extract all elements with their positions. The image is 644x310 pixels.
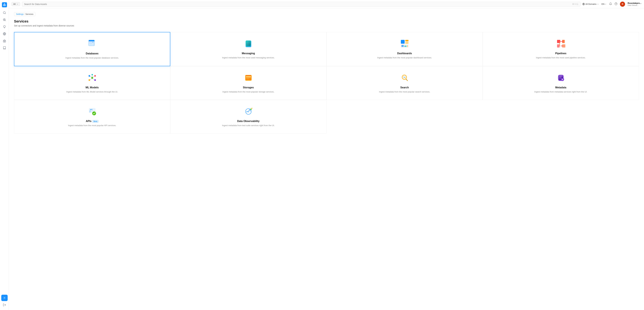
svg-point-11 <box>576 3 578 5</box>
svg-point-96 <box>250 109 252 110</box>
service-desc: Ingest metadata from ML Model services t… <box>66 90 118 93</box>
service-name: Messaging <box>242 52 255 55</box>
svg-rect-71 <box>246 76 251 76</box>
service-card-metadata[interactable]: M Metadata Ingest metadata from metadata… <box>483 66 639 100</box>
service-name: Dashboards <box>397 52 412 55</box>
svg-line-63 <box>90 79 92 80</box>
svg-rect-34 <box>91 43 92 44</box>
svg-line-78 <box>406 79 408 81</box>
service-name: Search <box>400 86 409 89</box>
sidebar-item-book[interactable] <box>1 45 8 51</box>
chevron-down-icon <box>597 3 599 5</box>
sidebar-item-explore[interactable] <box>1 10 8 16</box>
help-icon[interactable] <box>614 3 618 6</box>
svg-point-14 <box>615 3 617 5</box>
service-icon-ml-models <box>87 73 97 83</box>
service-icon-storages <box>243 73 254 83</box>
service-icon-messaging <box>243 39 254 49</box>
svg-rect-91 <box>89 111 90 111</box>
service-name: Pipelines <box>555 52 566 55</box>
service-name: Metadata <box>555 86 566 89</box>
svg-line-62 <box>92 76 94 77</box>
services-grid: Databases Ingest metadata from the most … <box>14 32 639 134</box>
service-card-dashboards[interactable]: Dashboards Ingest metadata from the most… <box>326 32 483 66</box>
service-card-data-observability[interactable]: Data Observability Ingest metadata from … <box>170 100 326 134</box>
svg-line-64 <box>92 79 94 80</box>
breadcrumb: Settings / Services <box>14 12 35 16</box>
sidebar-item-globe[interactable] <box>1 31 8 37</box>
service-card-apis[interactable]: API APIsBeta Ingest metadata from the mo… <box>14 100 170 134</box>
sidebar-item-search[interactable] <box>1 17 8 23</box>
service-card-pipelines[interactable]: Pipelines Ingest metadata from the most … <box>483 32 639 66</box>
svg-rect-39 <box>401 40 405 44</box>
service-icon-data-observability <box>243 106 254 117</box>
service-icon-apis: API <box>87 106 97 117</box>
user-avatar[interactable]: R <box>620 2 625 7</box>
main-area: All ⌘ K All Domains <box>9 0 644 310</box>
svg-rect-72 <box>246 78 251 78</box>
service-card-databases[interactable]: Databases Ingest metadata from the most … <box>14 32 170 66</box>
filter-label: All <box>13 3 16 5</box>
svg-rect-48 <box>557 44 560 48</box>
filter-dropdown[interactable]: All <box>12 2 20 6</box>
service-name: APIsBeta <box>86 120 98 123</box>
service-card-messaging[interactable]: Messaging Ingest metadata from the most … <box>170 32 326 66</box>
svg-point-58 <box>88 79 90 81</box>
svg-point-57 <box>94 75 96 77</box>
service-card-ml-models[interactable]: ML Models Ingest metadata from ML Model … <box>14 66 170 100</box>
service-desc: Ingest metadata from metadata services r… <box>534 90 587 93</box>
svg-rect-40 <box>405 40 408 42</box>
chevron-down-icon <box>605 3 606 5</box>
search-icon <box>576 3 578 5</box>
globe-icon <box>582 3 585 5</box>
svg-rect-22 <box>89 40 94 41</box>
service-name: ML Models <box>86 86 98 89</box>
topbar: All ⌘ K All Domains <box>9 0 644 8</box>
service-icon-search <box>400 73 410 83</box>
sidebar-item-logout[interactable] <box>1 302 8 308</box>
language-selector[interactable]: EN <box>602 3 606 5</box>
svg-rect-44 <box>404 46 406 47</box>
service-name: Data Observability <box>237 120 260 123</box>
service-name: Storages <box>243 86 254 89</box>
sidebar-item-settings[interactable] <box>1 295 8 301</box>
service-desc: Ingest metadata from test suite services… <box>222 124 274 127</box>
service-name: Databases <box>86 52 98 55</box>
service-desc: Ingest metadata from the most used pipel… <box>536 56 586 59</box>
lang-label: EN <box>602 3 604 5</box>
search-bar[interactable]: ⌘ K <box>22 2 580 7</box>
domains-label: All Domains <box>586 3 596 5</box>
svg-rect-43 <box>402 45 404 47</box>
svg-rect-83 <box>559 77 562 77</box>
svg-rect-0 <box>2 2 7 7</box>
svg-point-3 <box>3 19 5 21</box>
svg-point-98 <box>252 108 252 109</box>
app-logo[interactable] <box>2 2 7 8</box>
service-icon-pipelines <box>556 39 566 49</box>
svg-text:API: API <box>90 109 92 110</box>
svg-rect-41 <box>405 42 408 44</box>
svg-rect-1 <box>4 6 5 6</box>
search-input[interactable] <box>24 3 571 6</box>
chevron-down-icon <box>16 3 18 5</box>
notifications-icon[interactable] <box>609 3 612 6</box>
svg-point-9 <box>4 297 5 298</box>
svg-rect-7 <box>3 41 6 42</box>
service-card-search[interactable]: Search Ingest metadata from the most pop… <box>326 66 483 100</box>
topbar-right: All Domains EN <box>582 2 642 7</box>
domains-selector[interactable]: All Domains <box>582 3 599 5</box>
service-desc: Ingest metadata from the most popular st… <box>222 90 274 93</box>
service-card-storages[interactable]: Storages Ingest metadata from the most p… <box>170 66 326 100</box>
user-info: Roundakpre... Data Stewar... <box>628 2 642 6</box>
svg-text:M: M <box>562 78 563 81</box>
search-shortcut: ⌘ K <box>572 3 578 5</box>
svg-rect-85 <box>559 79 561 79</box>
svg-rect-82 <box>559 76 563 76</box>
service-desc: Ingest metadata from the most popular da… <box>66 56 119 60</box>
sidebar-item-insights[interactable] <box>1 24 8 30</box>
breadcrumb-settings[interactable]: Settings <box>16 13 24 15</box>
svg-point-59 <box>94 79 96 81</box>
svg-rect-32 <box>92 42 93 43</box>
service-desc: Ingest metadata from the most used messa… <box>222 56 275 59</box>
sidebar-item-governance[interactable] <box>1 38 8 44</box>
